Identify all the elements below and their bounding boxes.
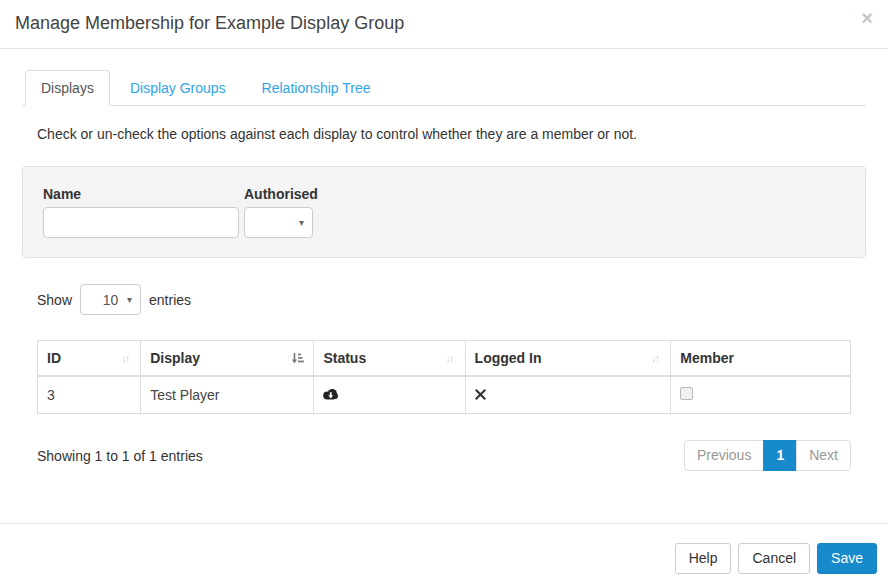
pagination-previous-button[interactable]: Previous	[684, 440, 764, 471]
table-header-row: ID ↓↑ Display	[38, 341, 851, 377]
sort-amount-asc-icon	[291, 352, 304, 365]
tab-displays[interactable]: Displays	[25, 70, 110, 106]
table-length-control: Show 10 ▾ entries	[37, 284, 851, 315]
column-label: Member	[680, 350, 734, 366]
table-footer: Showing 1 to 1 of 1 entries Previous 1 N…	[37, 440, 851, 471]
chevron-down-icon: ▾	[127, 294, 132, 305]
close-icon[interactable]: ×	[861, 8, 873, 28]
cell-id: 3	[38, 376, 141, 414]
manage-membership-modal: Manage Membership for Example Display Gr…	[0, 0, 888, 586]
cancel-button[interactable]: Cancel	[738, 543, 810, 574]
help-button[interactable]: Help	[675, 543, 732, 574]
sort-both-icon: ↓↑	[651, 352, 661, 364]
table-row: 3 Test Player	[38, 376, 851, 414]
times-icon	[475, 389, 486, 400]
length-show-label: Show	[37, 292, 72, 308]
authorised-filter-select[interactable]: ▾	[244, 207, 313, 238]
cell-display: Test Player	[141, 376, 314, 414]
page-length-select[interactable]: 10 ▾	[80, 284, 141, 315]
cell-member	[671, 376, 851, 414]
pagination-page-1-button[interactable]: 1	[763, 440, 797, 471]
member-checkbox[interactable]	[680, 387, 693, 400]
modal-footer: Help Cancel Save	[0, 523, 888, 586]
column-label: Status	[323, 350, 366, 366]
column-header-logged-in[interactable]: Logged In ↓↑	[465, 341, 671, 377]
modal-body: Displays Display Groups Relationship Tre…	[0, 49, 888, 471]
name-filter-input[interactable]	[43, 207, 239, 238]
tab-content-displays: Check or un-check the options against ea…	[22, 126, 866, 471]
tab-bar: Displays Display Groups Relationship Tre…	[22, 70, 866, 106]
authorised-filter-label: Authorised	[244, 186, 318, 202]
column-header-id[interactable]: ID ↓↑	[38, 341, 141, 377]
modal-title: Manage Membership for Example Display Gr…	[15, 13, 873, 34]
save-button[interactable]: Save	[817, 543, 877, 574]
modal-header: Manage Membership for Example Display Gr…	[0, 0, 888, 49]
length-selected-value: 10	[103, 292, 119, 308]
cell-logged-in	[465, 376, 671, 414]
pagination: Previous 1 Next	[684, 440, 851, 471]
authorised-filter-group: Authorised ▾	[244, 186, 318, 238]
name-filter-label: Name	[43, 186, 239, 202]
tab-display-groups[interactable]: Display Groups	[114, 70, 242, 106]
length-entries-label: entries	[149, 292, 191, 308]
help-text: Check or un-check the options against ea…	[37, 126, 851, 142]
filter-panel: Name Authorised ▾	[22, 166, 866, 258]
column-label: Display	[150, 350, 200, 366]
sort-both-icon: ↓↑	[446, 352, 456, 364]
column-label: ID	[47, 350, 61, 366]
cell-status	[314, 376, 465, 414]
pagination-next-button[interactable]: Next	[796, 440, 851, 471]
table-info: Showing 1 to 1 of 1 entries	[37, 448, 203, 464]
tab-relationship-tree[interactable]: Relationship Tree	[246, 70, 387, 106]
column-header-member: Member	[671, 341, 851, 377]
column-label: Logged In	[475, 350, 542, 366]
chevron-down-icon: ▾	[299, 217, 304, 228]
column-header-status[interactable]: Status ↓↑	[314, 341, 465, 377]
name-filter-group: Name	[43, 186, 239, 238]
displays-table: ID ↓↑ Display	[37, 340, 851, 414]
sort-both-icon: ↓↑	[121, 352, 131, 364]
column-header-display[interactable]: Display	[141, 341, 314, 377]
cloud-download-icon	[323, 388, 338, 400]
